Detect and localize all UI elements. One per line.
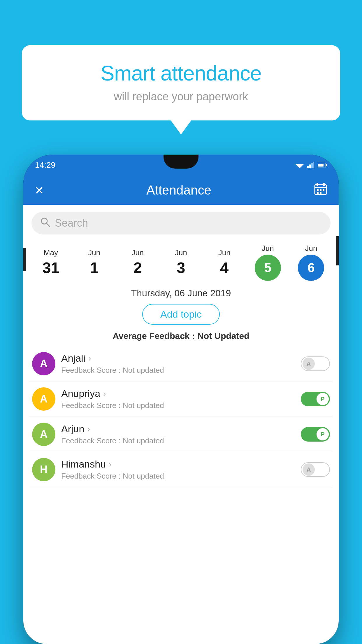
student-info-anupriya: Anupriya › Feedback Score : Not updated: [61, 388, 295, 410]
power-button: [336, 236, 339, 265]
calendar-icon: [314, 182, 327, 195]
add-topic-button[interactable]: Add topic: [142, 304, 220, 325]
svg-rect-14: [323, 189, 324, 191]
svg-rect-6: [326, 164, 327, 166]
toggle-present-arjun[interactable]: P: [301, 427, 330, 442]
date-cell-jun3[interactable]: Jun 3: [165, 248, 197, 276]
status-icons: [296, 162, 327, 168]
speech-bubble: Smart attendance will replace your paper…: [22, 45, 340, 120]
svg-rect-16: [320, 192, 321, 194]
volume-button: [23, 248, 26, 271]
date-cell-jun2[interactable]: Jun 2: [122, 248, 154, 276]
student-row-arjun[interactable]: A Arjun › Feedback Score : Not updated P: [29, 417, 333, 452]
date-cell-jun5[interactable]: Jun 5: [252, 244, 284, 281]
date-row: May 31 Jun 1 Jun 2 Jun 3 Jun 4 Jun 5: [23, 240, 339, 281]
chevron-icon: ›: [88, 354, 91, 363]
svg-rect-3: [311, 163, 313, 168]
avatar-himanshu: H: [32, 458, 55, 481]
battery-icon: [318, 162, 327, 168]
search-bar[interactable]: Search: [31, 212, 331, 235]
avatar-anjali: A: [32, 352, 55, 375]
page-title: Attendance: [146, 183, 211, 197]
phone-frame: 14:29 × Attendance: [23, 155, 339, 644]
svg-rect-10: [323, 183, 325, 186]
status-time: 14:29: [35, 160, 55, 170]
svg-rect-15: [317, 192, 319, 194]
student-row-anjali[interactable]: A Anjali › Feedback Score : Not updated …: [29, 346, 333, 382]
date-cell-jun6[interactable]: Jun 6: [295, 244, 327, 281]
student-info-himanshu: Himanshu › Feedback Score : Not updated: [61, 459, 295, 481]
bubble-title: Smart attendance: [39, 61, 323, 85]
wifi-icon: [296, 162, 304, 168]
app-content: Search May 31 Jun 1 Jun 2 Jun 3 Jun 4: [23, 205, 339, 644]
svg-marker-0: [296, 164, 304, 168]
calendar-button[interactable]: [314, 182, 327, 198]
search-icon: [40, 217, 50, 229]
svg-rect-13: [320, 189, 321, 191]
date-cell-jun4[interactable]: Jun 4: [208, 248, 240, 276]
status-bar: 14:29: [23, 155, 339, 176]
toggle-absent-anjali[interactable]: A: [301, 356, 330, 371]
avg-feedback: Average Feedback : Not Updated: [23, 331, 339, 341]
student-info-anjali: Anjali › Feedback Score : Not updated: [61, 353, 295, 375]
chevron-icon: ›: [87, 424, 90, 434]
app-header: × Attendance: [23, 176, 339, 205]
date-cell-jun1[interactable]: Jun 1: [78, 248, 110, 276]
svg-rect-12: [317, 189, 319, 191]
student-info-arjun: Arjun › Feedback Score : Not updated: [61, 423, 295, 445]
chevron-icon: ›: [103, 389, 106, 398]
signal-icon: [307, 162, 314, 168]
student-list: A Anjali › Feedback Score : Not updated …: [23, 346, 339, 487]
student-row-himanshu[interactable]: H Himanshu › Feedback Score : Not update…: [29, 452, 333, 487]
date-cell-may31[interactable]: May 31: [35, 248, 67, 276]
search-placeholder: Search: [55, 217, 88, 229]
svg-rect-9: [317, 183, 318, 186]
avatar-anupriya: A: [32, 387, 55, 411]
svg-rect-7: [318, 164, 324, 167]
chevron-icon: ›: [109, 460, 111, 469]
svg-line-18: [46, 223, 50, 226]
student-row-anupriya[interactable]: A Anupriya › Feedback Score : Not update…: [29, 382, 333, 417]
toggle-absent-himanshu[interactable]: A: [301, 462, 330, 477]
bubble-subtitle: will replace your paperwork: [39, 90, 323, 103]
svg-rect-1: [307, 166, 309, 168]
close-button[interactable]: ×: [35, 182, 43, 199]
selected-date: Thursday, 06 June 2019: [23, 288, 339, 299]
avatar-arjun: A: [32, 423, 55, 446]
notch: [164, 155, 198, 169]
svg-rect-4: [313, 162, 314, 168]
svg-rect-2: [309, 164, 311, 168]
toggle-present-anupriya[interactable]: P: [301, 392, 330, 406]
